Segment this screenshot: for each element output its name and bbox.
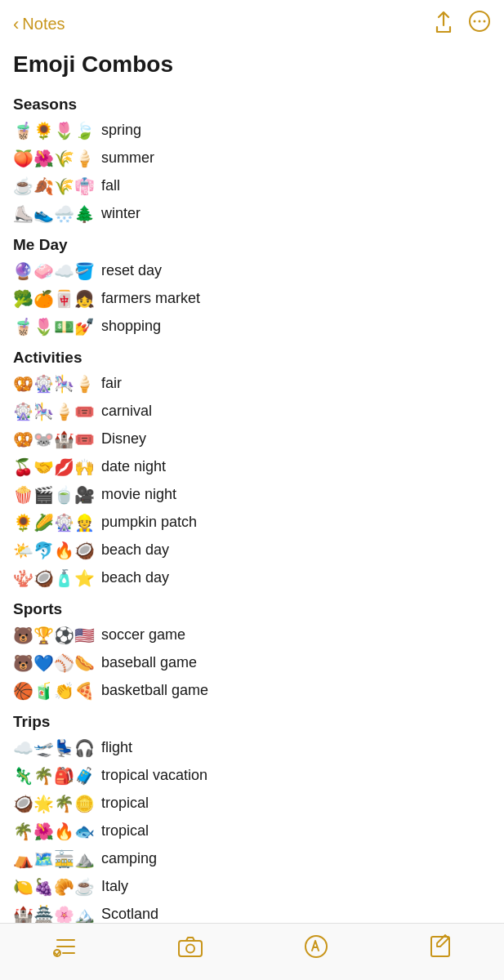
compose-toolbar-icon[interactable] bbox=[429, 934, 453, 964]
list-item: ☕🍂🌾👘fall bbox=[13, 172, 491, 200]
item-emojis: 🔮🧼☁️🪣 bbox=[13, 260, 95, 283]
item-emojis: 🐻🏆⚽🇺🇸 bbox=[13, 624, 95, 647]
svg-point-3 bbox=[484, 20, 486, 23]
item-label: fair bbox=[101, 373, 122, 394]
list-item: 🐻🏆⚽🇺🇸soccer game bbox=[13, 621, 491, 649]
item-label: flight bbox=[101, 737, 132, 758]
more-icon[interactable] bbox=[468, 10, 491, 38]
list-item: ⛺🗺️🚋⛰️camping bbox=[13, 845, 491, 873]
back-chevron-icon: ‹ bbox=[13, 14, 19, 35]
list-item: 🥨🐭🏰🎟️Disney bbox=[13, 425, 491, 453]
list-item: 🌴🌺🔥🐟tropical bbox=[13, 817, 491, 845]
item-emojis: ☕🍂🌾👘 bbox=[13, 175, 95, 198]
item-emojis: 🌤️🐬🔥🥥 bbox=[13, 539, 95, 562]
svg-point-2 bbox=[479, 20, 481, 23]
item-emojis: 🥨🐭🏰🎟️ bbox=[13, 428, 95, 451]
section-heading: Activities bbox=[13, 349, 491, 367]
list-item: 🎡🎠🍦🎟️carnival bbox=[13, 398, 491, 425]
item-label: spring bbox=[101, 120, 141, 140]
item-emojis: 🎡🎠🍦🎟️ bbox=[13, 400, 95, 423]
item-emojis: 🥨🎡🎠🍦 bbox=[13, 372, 95, 395]
item-emojis: 🍋🍇🥐☕ bbox=[13, 875, 95, 898]
bottom-toolbar bbox=[0, 923, 504, 980]
list-item: 🔮🧼☁️🪣reset day bbox=[13, 257, 491, 285]
item-emojis: 🧋🌻🌷🍃 bbox=[13, 119, 95, 142]
header-actions bbox=[434, 10, 491, 38]
item-label: shopping bbox=[101, 316, 161, 336]
item-label: camping bbox=[101, 849, 157, 869]
section-heading: Sports bbox=[13, 600, 491, 618]
item-label: Italy bbox=[101, 876, 128, 897]
list-item: 🌤️🐬🔥🥥beach day bbox=[13, 537, 491, 564]
item-emojis: 🌴🌺🔥🐟 bbox=[13, 820, 95, 843]
back-button[interactable]: ‹ Notes bbox=[13, 14, 65, 35]
list-item: 🏀🧃👏🍕basketball game bbox=[13, 677, 491, 705]
item-emojis: ⛸️👟🌨️🌲 bbox=[13, 203, 95, 225]
item-emojis: 🥥🌟🌴🪙 bbox=[13, 792, 95, 815]
item-label: movie night bbox=[101, 484, 176, 505]
item-label: fall bbox=[101, 176, 120, 196]
item-emojis: 🧋🌷💵💅 bbox=[13, 315, 95, 338]
item-emojis: 🍑🌺🌾🍦 bbox=[13, 147, 95, 170]
item-label: beach day bbox=[101, 540, 169, 560]
item-label: farmers market bbox=[101, 288, 200, 309]
item-emojis: 🍿🎬🍵🎥 bbox=[13, 483, 95, 506]
list-item: ☁️🛫💺🎧flight bbox=[13, 734, 491, 762]
item-label: soccer game bbox=[101, 625, 185, 645]
item-label: Disney bbox=[101, 429, 146, 449]
list-item: ⛸️👟🌨️🌲winter bbox=[13, 200, 491, 228]
item-emojis: 🥦🍊🀄👧 bbox=[13, 287, 95, 310]
item-label: baseball game bbox=[101, 653, 197, 673]
section-heading: Seasons bbox=[13, 96, 491, 114]
list-item: 🍑🌺🌾🍦summer bbox=[13, 145, 491, 172]
list-item: 🧋🌷💵💅shopping bbox=[13, 313, 491, 341]
item-label: tropical bbox=[101, 793, 149, 813]
content-area: Seasons🧋🌻🌷🍃spring🍑🌺🌾🍦summer☕🍂🌾👘fall⛸️👟🌨️… bbox=[0, 96, 504, 956]
item-label: reset day bbox=[101, 261, 162, 281]
header: ‹ Notes bbox=[0, 0, 504, 45]
share-icon[interactable] bbox=[434, 11, 453, 38]
back-label: Notes bbox=[22, 15, 65, 33]
svg-point-9 bbox=[186, 945, 194, 953]
camera-toolbar-icon[interactable] bbox=[177, 935, 203, 964]
list-item: 🥦🍊🀄👧farmers market bbox=[13, 285, 491, 313]
page-title: Emoji Combos bbox=[0, 45, 504, 87]
list-item: 🌻🌽🎡👷pumpkin patch bbox=[13, 509, 491, 537]
item-label: Scotland bbox=[101, 904, 158, 924]
item-label: summer bbox=[101, 148, 154, 168]
item-emojis: 🍒🤝💋🙌 bbox=[13, 456, 95, 479]
svg-point-1 bbox=[474, 20, 476, 23]
item-emojis: 🏀🧃👏🍕 bbox=[13, 679, 95, 702]
list-item: 🍒🤝💋🙌date night bbox=[13, 453, 491, 481]
section-heading: Me Day bbox=[13, 236, 491, 254]
item-emojis: 🐻💙⚾🌭 bbox=[13, 652, 95, 675]
item-label: tropical vacation bbox=[101, 765, 207, 786]
markup-toolbar-icon[interactable] bbox=[304, 934, 328, 964]
list-item: 🐻💙⚾🌭baseball game bbox=[13, 649, 491, 677]
list-item: 🍋🍇🥐☕Italy bbox=[13, 873, 491, 901]
checklist-toolbar-icon[interactable] bbox=[51, 933, 77, 965]
item-emojis: 🪸🥥🧴⭐ bbox=[13, 567, 95, 590]
item-label: pumpkin patch bbox=[101, 512, 197, 532]
item-emojis: 🦎🌴🎒🧳 bbox=[13, 764, 95, 787]
list-item: 🧋🌻🌷🍃spring bbox=[13, 117, 491, 145]
item-label: beach day bbox=[101, 568, 169, 588]
item-label: carnival bbox=[101, 401, 152, 421]
svg-rect-8 bbox=[179, 941, 202, 956]
section-heading: Trips bbox=[13, 713, 491, 731]
list-item: 🪸🥥🧴⭐beach day bbox=[13, 564, 491, 592]
list-item: 🍿🎬🍵🎥movie night bbox=[13, 481, 491, 509]
item-label: winter bbox=[101, 203, 140, 224]
item-label: date night bbox=[101, 457, 166, 477]
item-label: basketball game bbox=[101, 680, 208, 701]
item-emojis: ☁️🛫💺🎧 bbox=[13, 737, 95, 760]
item-label: tropical bbox=[101, 821, 149, 841]
item-emojis: 🌻🌽🎡👷 bbox=[13, 511, 95, 534]
item-emojis: ⛺🗺️🚋⛰️ bbox=[13, 848, 95, 871]
list-item: 🥨🎡🎠🍦fair bbox=[13, 370, 491, 398]
list-item: 🥥🌟🌴🪙tropical bbox=[13, 790, 491, 817]
list-item: 🦎🌴🎒🧳tropical vacation bbox=[13, 762, 491, 790]
